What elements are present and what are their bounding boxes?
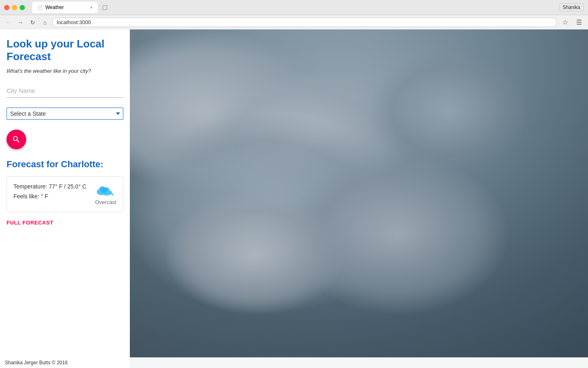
new-tab-button[interactable]: □ [100,2,110,12]
home-button[interactable]: ⌂ [40,18,50,27]
forecast-title: Forecast for Charlotte: [7,159,123,170]
feels-like-text: Feels like: ° F [13,193,95,200]
tab-bar: 📄 Weather × □ [28,2,556,13]
browser-chrome: 📄 Weather × □ Shanika ← → ↻ ⌂ localhost:… [0,0,588,29]
title-bar: 📄 Weather × □ Shanika [0,0,588,15]
minimize-window-button[interactable] [12,5,17,10]
window-controls [4,5,25,10]
svg-point-2 [100,187,107,193]
tab-close-button[interactable]: × [90,5,93,10]
weather-icon [96,183,116,197]
state-select[interactable]: Select a StateAlabamaAlaskaArizonaArkans… [7,108,123,120]
address-bar[interactable]: localhost:3000 [52,18,557,27]
forecast-card: Temperature: 77° F / 25.0° C Feels like:… [7,176,123,212]
forecast-row: Temperature: 77° F / 25.0° C Feels like:… [13,183,116,205]
search-button[interactable] [7,130,26,149]
weather-condition-label: Overcast [95,199,116,205]
state-select-wrapper: Select a StateAlabamaAlaskaArizonaArkans… [7,108,123,120]
footer: Shanika Jerger Butts © 2016 [0,357,588,368]
close-window-button[interactable] [4,5,9,10]
back-button[interactable]: ← [3,18,13,27]
forecast-left: Temperature: 77° F / 25.0° C Feels like:… [13,183,95,200]
user-badge: Shanika [559,3,584,11]
full-forecast-link[interactable]: FULL FORECAST [7,220,53,226]
footer-text: Shanika Jerger Butts © 2016 [5,360,68,366]
page-title: Look up your Local Forecast [7,38,123,63]
forecast-right: Overcast [95,183,116,205]
bookmark-button[interactable]: ☆ [559,17,571,28]
browser-tab[interactable]: 📄 Weather × [32,2,98,13]
tab-title: Weather [45,4,64,10]
search-icon [12,135,21,144]
temperature-text: Temperature: 77° F / 25.0° C [13,183,95,190]
subtitle: What's the weather like in your city? [7,68,123,74]
menu-button[interactable]: ☰ [573,17,585,28]
tab-favicon: 📄 [37,5,43,10]
forecast-section: Forecast for Charlotte: Temperature: 77°… [7,159,123,360]
city-input[interactable] [7,84,123,98]
url-text: localhost:3000 [57,19,91,25]
address-bar-row: ← → ↻ ⌂ localhost:3000 ☆ ☰ [0,15,588,29]
sidebar-panel: Look up your Local Forecast What's the w… [0,29,130,368]
refresh-button[interactable]: ↻ [28,18,38,27]
forward-button[interactable]: → [16,18,25,27]
main-content: Look up your Local Forecast What's the w… [0,29,588,368]
maximize-window-button[interactable] [20,5,25,10]
